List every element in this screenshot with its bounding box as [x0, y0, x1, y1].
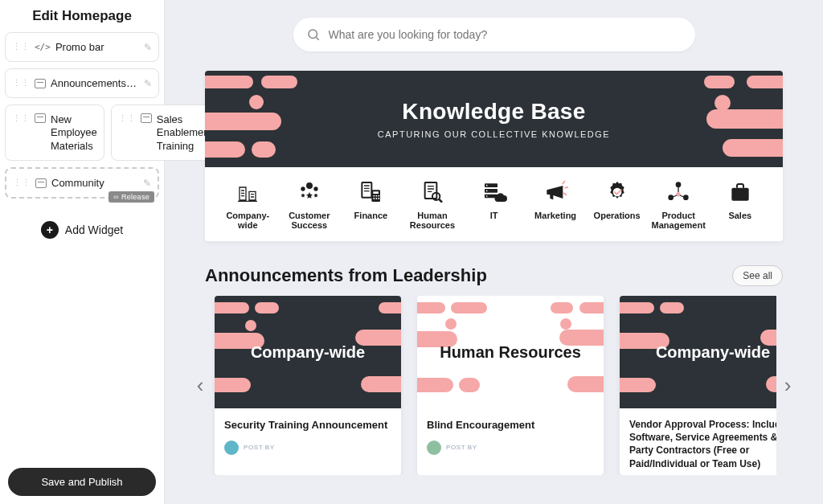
decorative-blob: [205, 113, 281, 130]
category-operations[interactable]: Operations: [588, 178, 645, 230]
widget-announcements[interactable]: ⋮⋮ Announcements from Lead... ✎: [5, 68, 159, 98]
widget-list: ⋮⋮ </> Promo bar ✎ ⋮⋮ Announcements from…: [5, 32, 159, 199]
server-cloud-icon: [481, 178, 508, 206]
see-all-button[interactable]: See all: [732, 265, 783, 286]
edit-icon[interactable]: ✎: [144, 42, 152, 53]
category-customer-success[interactable]: Customer Success: [281, 178, 338, 230]
card-banner-title: Company-wide: [649, 343, 776, 362]
decorative-blob: [252, 141, 276, 158]
announcement-card[interactable]: Company-wide Security Training Announcem…: [215, 296, 401, 475]
announcement-card[interactable]: Company-wide Vendor Approval Process: In…: [620, 296, 776, 475]
svg-rect-10: [374, 191, 379, 194]
drag-handle-icon[interactable]: ⋮⋮: [118, 113, 136, 124]
megaphone-icon: [542, 178, 569, 206]
release-badge: ∞ Release: [109, 191, 154, 203]
announcement-card[interactable]: Human Resources Blind Encouragement POST…: [417, 296, 604, 475]
drag-handle-icon[interactable]: ⋮⋮: [12, 78, 30, 88]
decorative-blob: [205, 141, 245, 158]
document-search-icon: [419, 178, 446, 206]
svg-point-26: [485, 185, 487, 186]
main-preview: Knowledge Base CAPTURING OUR COLLECTIVE …: [165, 0, 823, 504]
card-banner-title: Human Resources: [433, 343, 588, 362]
card-banner-title: Company-wide: [244, 343, 371, 362]
list-icon: [35, 113, 46, 123]
avatar-icon: [224, 440, 239, 455]
announcement-title: Vendor Approval Process: Includes Softwa…: [629, 418, 776, 470]
card-banner: Company-wide: [620, 296, 776, 408]
decorative-blob: [249, 95, 264, 109]
drag-handle-icon[interactable]: ⋮⋮: [12, 42, 30, 52]
gear-icon: [604, 178, 631, 206]
widget-label: New Employee Materials: [51, 113, 97, 152]
category-finance[interactable]: Finance: [342, 178, 399, 230]
sidebar-title: Edit Homepage: [5, 8, 159, 24]
knowledge-base-block: Knowledge Base CAPTURING OUR COLLECTIVE …: [205, 71, 783, 241]
category-sales[interactable]: Sales: [712, 178, 769, 230]
search-icon: [306, 27, 321, 42]
widget-label: Announcements from Lead...: [51, 77, 139, 89]
carousel-next-button[interactable]: ›: [776, 361, 799, 409]
svg-point-12: [376, 195, 378, 197]
decorative-blob: [747, 76, 783, 88]
list-icon: [35, 178, 47, 188]
carousel-prev-button[interactable]: ‹: [189, 361, 211, 409]
svg-point-16: [379, 198, 380, 199]
kb-title: Knowledge Base: [402, 99, 585, 125]
svg-point-11: [374, 195, 375, 197]
add-widget-button[interactable]: + Add Widget: [5, 221, 159, 239]
svg-point-29: [676, 182, 682, 187]
drag-handle-icon[interactable]: ⋮⋮: [13, 178, 31, 188]
category-label: Product Management: [650, 211, 707, 230]
edit-icon[interactable]: ✎: [144, 78, 152, 89]
avatar-icon: [427, 440, 441, 455]
svg-rect-5: [362, 182, 372, 198]
code-icon: </>: [35, 42, 51, 52]
category-label: Customer Success: [281, 211, 338, 230]
announcement-title: Blind Encouragement: [427, 418, 594, 432]
nodes-icon: [665, 178, 692, 206]
svg-point-31: [683, 195, 689, 200]
decorative-blob: [704, 76, 735, 88]
edit-icon[interactable]: ✎: [143, 178, 151, 189]
widget-community[interactable]: ⋮⋮ Community ✎ ∞ Release: [5, 167, 159, 199]
svg-point-14: [374, 198, 375, 199]
card-banner: Human Resources: [417, 296, 604, 408]
category-label: Sales: [728, 211, 751, 220]
briefcase-icon: [727, 178, 754, 206]
search-bar[interactable]: [293, 18, 695, 51]
category-human-resources[interactable]: Human Resources: [404, 178, 461, 230]
section-heading-announcements: Announcements from Leadership: [205, 265, 487, 286]
svg-line-22: [439, 199, 442, 203]
drag-handle-icon[interactable]: ⋮⋮: [12, 113, 30, 124]
category-label: IT: [490, 211, 498, 220]
svg-rect-33: [731, 188, 748, 201]
save-and-publish-button[interactable]: Save and Publish: [8, 468, 156, 496]
decorative-blob: [261, 76, 297, 88]
category-marketing[interactable]: Marketing: [527, 178, 584, 230]
svg-point-0: [309, 30, 317, 39]
kb-subtitle: CAPTURING OUR COLLECTIVE KNOWLEDGE: [378, 129, 610, 139]
svg-point-15: [376, 198, 378, 199]
category-product-management[interactable]: Product Management: [650, 178, 707, 230]
category-label: Operations: [594, 211, 641, 220]
building-icon: [234, 178, 261, 206]
svg-point-27: [485, 190, 487, 191]
category-it[interactable]: IT: [465, 178, 522, 230]
sidebar: Edit Homepage ⋮⋮ </> Promo bar ✎ ⋮⋮ Anno…: [0, 0, 165, 504]
category-label: Human Resources: [404, 211, 461, 230]
svg-point-30: [669, 195, 674, 200]
category-label: Company-wide: [219, 211, 276, 230]
svg-point-13: [379, 195, 380, 197]
decorative-blob: [714, 95, 731, 111]
widget-promo-bar[interactable]: ⋮⋮ </> Promo bar ✎: [5, 32, 159, 62]
kb-banner: Knowledge Base CAPTURING OUR COLLECTIVE …: [205, 71, 783, 167]
widget-new-employee-materials[interactable]: ⋮⋮ New Employee Materials: [5, 104, 104, 161]
post-by-label: POST BY: [427, 440, 594, 455]
category-label: Marketing: [534, 211, 576, 220]
svg-point-4: [313, 186, 317, 191]
card-banner: Company-wide: [215, 296, 401, 408]
list-icon: [35, 79, 46, 88]
decorative-blob: [205, 76, 253, 88]
search-input[interactable]: [329, 28, 682, 41]
category-company-wide[interactable]: Company-wide: [219, 178, 276, 230]
